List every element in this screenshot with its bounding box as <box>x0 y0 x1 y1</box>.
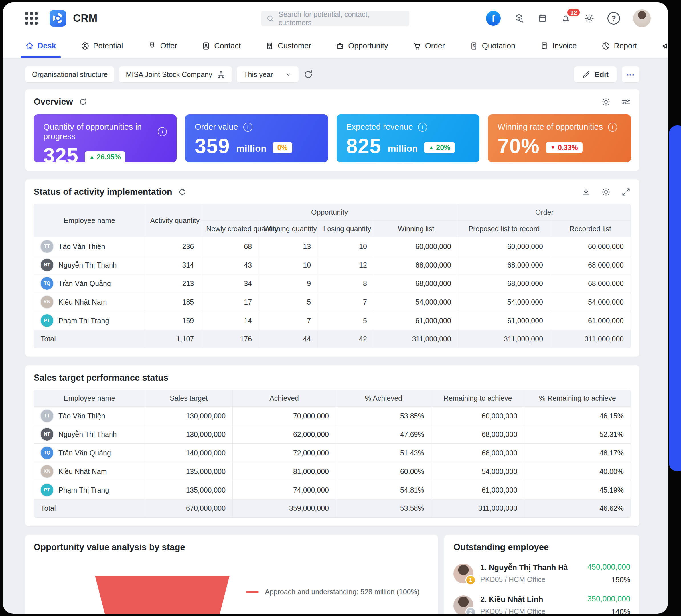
tab-contact[interactable]: Contact <box>202 34 241 58</box>
bottom-row: Opportunity value analysis by stage Appr… <box>25 535 639 614</box>
more-options-button[interactable]: ⋯ <box>622 67 639 82</box>
col-employee-name: Employee name <box>34 390 145 407</box>
table-row[interactable]: TTTào Văn Thiện130,000,00070,000,00053.8… <box>34 407 631 425</box>
avatar: NT <box>41 259 53 271</box>
settings-gear-icon[interactable] <box>584 13 594 23</box>
notifications-bell-icon[interactable]: 12 <box>561 13 571 23</box>
crm-logo-icon[interactable] <box>50 10 66 27</box>
employee-name: Nguyễn Thị Thanh <box>58 430 117 439</box>
avatar: 1 <box>453 564 473 584</box>
topbar-main-row: CRM Search for potential, contact, custo… <box>3 2 668 34</box>
kpi-card-2[interactable]: Order valuei359million0% <box>185 114 328 162</box>
contact-card-icon <box>202 42 210 50</box>
tab-invoice[interactable]: Invoice <box>540 34 577 58</box>
table-row[interactable]: KNKiều Nhật Nam135,000,00081,000,00060.0… <box>34 462 631 481</box>
col-remaining: Remaining to achieve <box>431 390 524 407</box>
employee-name: Tào Văn Thiện <box>58 412 105 420</box>
legend-dash-icon <box>246 591 259 593</box>
col-group-order: Order <box>458 204 631 221</box>
invoice-icon <box>540 42 549 50</box>
download-icon[interactable] <box>581 187 591 197</box>
info-icon[interactable]: i <box>608 123 617 132</box>
table-row[interactable]: TQTrần Văn Quảng213349868,000,00068,000,… <box>34 274 631 293</box>
table-total-row: Total670,000,000359,000,00053.58%311,000… <box>34 499 631 518</box>
table-row[interactable]: PTPhạm Thị Trang159147561,000,00061,000,… <box>34 311 631 330</box>
info-icon[interactable]: i <box>158 127 167 136</box>
pie-icon <box>601 42 610 50</box>
person-icon <box>81 42 90 50</box>
tab-offer[interactable]: Offer <box>148 34 177 58</box>
avatar: 2 <box>453 595 473 614</box>
overview-filter-sliders-icon[interactable] <box>621 97 631 107</box>
info-icon[interactable]: i <box>243 123 252 132</box>
expand-icon[interactable] <box>621 187 631 197</box>
activity-settings-icon[interactable] <box>601 187 611 197</box>
employee-name: Trần Văn Quảng <box>58 449 111 457</box>
table-total-row: Total1,1071764442311,000,000311,000,0003… <box>34 330 631 348</box>
col-pct-remaining: % Remaining to achieve <box>525 390 631 407</box>
outstanding-employee-item[interactable]: 11. Nguyễn Thị Thanh HàPKD05 / HCM Offic… <box>453 563 630 584</box>
kpi-card-3[interactable]: Expected revenuei825million▲20% <box>336 114 479 162</box>
overview-refresh-icon[interactable] <box>79 98 87 106</box>
facebook-icon[interactable]: f <box>486 11 501 26</box>
dashboard-actions: Edit ⋯ <box>574 67 639 82</box>
funnel-section: Opportunity value analysis by stage Appr… <box>25 535 438 614</box>
user-avatar[interactable] <box>633 9 651 27</box>
calendar-icon[interactable] <box>537 13 548 23</box>
table-row[interactable]: NTNguyễn Thị Thanh31443101268,000,00068,… <box>34 256 631 274</box>
tab-customer[interactable]: Customer <box>265 34 311 58</box>
chevron-down-icon <box>285 71 292 78</box>
pencil-icon <box>582 70 590 79</box>
avatar: TQ <box>41 446 53 459</box>
overview-title: Overview <box>34 97 73 107</box>
topbar: CRM Search for potential, contact, custo… <box>3 2 668 58</box>
col-group-opportunity: Opportunity <box>201 204 458 221</box>
tab-potential[interactable]: Potential <box>81 34 123 58</box>
briefcase-icon <box>336 42 345 50</box>
table-row[interactable]: TTTào Văn Thiện23668131060,000,00060,000… <box>34 237 631 256</box>
search-input[interactable]: Search for potential, contact, customers <box>261 11 409 26</box>
period-dropdown[interactable]: This year <box>237 67 299 82</box>
tab-opportunity[interactable]: Opportunity <box>336 34 388 58</box>
info-icon[interactable]: i <box>418 123 427 132</box>
tab-campaign[interactable]: Campaign <box>662 34 668 58</box>
edit-button[interactable]: Edit <box>574 67 616 82</box>
nav-tabs: DeskPotentialOfferContactCustomerOpportu… <box>3 34 668 58</box>
avatar: KN <box>41 465 53 478</box>
help-icon[interactable]: ? <box>607 12 620 25</box>
svg-text:$: $ <box>473 44 475 48</box>
overview-settings-icon[interactable] <box>601 97 611 107</box>
tab-desk[interactable]: Desk <box>25 34 56 58</box>
kpi-card-1[interactable]: Quantity of opportunities in progressi32… <box>34 114 177 162</box>
quotation-icon: $ <box>470 42 478 50</box>
table-row[interactable]: NTNguyễn Thị Thanh130,000,00062,000,0004… <box>34 425 631 444</box>
product-search-icon[interactable] <box>514 13 524 23</box>
outstanding-title: Outstanding employee <box>453 542 630 553</box>
activity-refresh-icon[interactable] <box>178 188 186 196</box>
notification-count-badge: 12 <box>568 8 580 16</box>
kpi-card-4[interactable]: Winning rate of opportunitiesi70%▼0.33% <box>488 114 631 162</box>
table-row[interactable]: PTPhạm Thị Trang135,000,00074,000,00054.… <box>34 481 631 499</box>
app-launcher-icon[interactable] <box>25 12 37 25</box>
table-row[interactable]: TQTrần Văn Quảng140,000,00072,000,00051.… <box>34 444 631 462</box>
org-structure-dropdown[interactable]: Organisational structure <box>25 67 115 82</box>
company-selector[interactable]: MISA Joint Stock Company <box>119 67 232 82</box>
col-losing-quantity: Losing quantity <box>318 221 374 237</box>
building-icon <box>265 42 274 50</box>
avatar: NT <box>41 428 53 441</box>
funnel-stage-1[interactable] <box>95 576 230 614</box>
tab-quotation[interactable]: $Quotation <box>470 34 515 58</box>
kpi-delta-badge: ▼0.33% <box>546 142 583 153</box>
kpi-delta-badge: ▲20% <box>424 142 455 153</box>
tab-order[interactable]: Order <box>413 34 445 58</box>
col-winning-list: Winning list <box>374 221 458 237</box>
refresh-filters-icon[interactable] <box>303 69 313 80</box>
employee-name: Tào Văn Thiện <box>58 242 105 251</box>
sales-target-table: Employee name Sales target Achieved % Ac… <box>34 390 631 518</box>
rank-medal-icon: 2 <box>465 607 476 614</box>
tab-report[interactable]: Report <box>601 34 637 58</box>
outstanding-employee-item[interactable]: 22. Kiều Nhật LinhPKD05 / HCM Office350,… <box>453 595 630 614</box>
table-row[interactable]: KNKiều Nhật Nam185175754,000,00054,000,0… <box>34 293 631 311</box>
scroll-indicator[interactable] <box>669 126 681 471</box>
col-newly-created: Newly created quantity <box>201 221 259 237</box>
